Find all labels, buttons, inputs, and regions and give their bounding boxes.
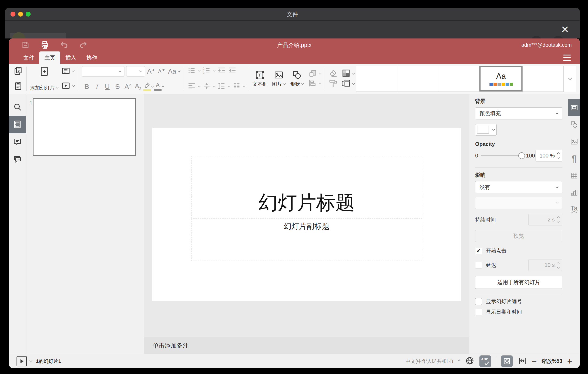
start-slideshow-status-button[interactable]: [17, 356, 27, 366]
macos-titlebar[interactable]: 文件: [5, 8, 580, 21]
superscript-button[interactable]: A2: [123, 83, 133, 90]
left-icon-sidebar: [9, 94, 26, 354]
delay-spinbox[interactable]: 10 s: [528, 259, 562, 271]
add-slide-button[interactable]: 添加幻灯片: [30, 66, 58, 92]
theme-option[interactable]: [523, 66, 563, 91]
fit-to-width-button[interactable]: [518, 356, 527, 366]
close-icon[interactable]: ✕: [559, 24, 571, 35]
theme-gallery-expand-button[interactable]: [564, 66, 576, 92]
document-language-button[interactable]: [465, 356, 474, 366]
slide-canvas-area[interactable]: 幻灯片标题 幻灯片副标题: [144, 94, 469, 337]
paste-icon[interactable]: [13, 81, 23, 91]
font-size-combo[interactable]: [126, 66, 145, 77]
strikethrough-button[interactable]: S: [113, 83, 122, 90]
opacity-slider[interactable]: [481, 155, 525, 156]
change-case-button[interactable]: Aa: [168, 67, 177, 75]
vertical-align-icon[interactable]: [202, 82, 211, 91]
duration-spinbox[interactable]: 2 s: [528, 214, 562, 225]
delay-checkbox[interactable]: [475, 262, 482, 268]
align-objects-icon[interactable]: [308, 79, 317, 88]
zoom-in-button[interactable]: +: [567, 357, 572, 365]
slide-subtitle-text: 幻灯片副标题: [284, 221, 329, 231]
numbering-icon[interactable]: 1 2 3: [202, 66, 211, 76]
zoom-value[interactable]: 缩放%53: [542, 358, 562, 365]
preview-button[interactable]: 预览: [475, 230, 562, 242]
background-fill-dropdown[interactable]: 颜色填充: [475, 107, 562, 120]
paragraph-settings-tab[interactable]: ¶: [568, 150, 580, 167]
theme-option[interactable]: [438, 66, 479, 91]
effect-type-dropdown[interactable]: [475, 197, 562, 209]
line-spacing-icon[interactable]: [217, 82, 226, 91]
fill-color-dropdown[interactable]: [475, 124, 497, 136]
font-color-button[interactable]: A: [154, 82, 161, 91]
arrange-icon[interactable]: [308, 69, 317, 79]
tab-collaboration[interactable]: 协作: [81, 51, 102, 64]
chart-settings-tab[interactable]: [568, 184, 580, 201]
subtitle-placeholder[interactable]: 幻灯片副标题: [191, 219, 422, 261]
opacity-spinbox[interactable]: 100 %: [536, 150, 562, 162]
slides-icon: [13, 120, 22, 129]
image-button[interactable]: 图片: [272, 81, 285, 88]
opacity-label: Opacity: [475, 141, 562, 147]
tab-home[interactable]: 主页: [39, 51, 60, 64]
italic-button[interactable]: I: [92, 83, 102, 90]
menu-icon[interactable]: [563, 55, 571, 61]
eraser-icon[interactable]: [328, 68, 338, 79]
slideshow-options-chevron[interactable]: [30, 359, 32, 362]
spellcheck-toggle[interactable]: ABC: [479, 355, 491, 367]
apply-to-all-slides-button[interactable]: 适用于所有幻灯片: [475, 276, 562, 289]
slide-size-icon[interactable]: [341, 79, 351, 89]
effect-dropdown[interactable]: 没有: [475, 181, 562, 193]
font-name-combo[interactable]: [82, 66, 125, 77]
show-date-time-checkbox[interactable]: [475, 309, 482, 315]
search-button[interactable]: [9, 98, 26, 116]
bullets-icon[interactable]: [188, 66, 196, 76]
document-title[interactable]: 产品介绍.pptx: [9, 41, 580, 49]
increase-indent-icon[interactable]: [228, 66, 237, 76]
show-slide-number-checkbox[interactable]: [475, 298, 482, 305]
slides-panel-button[interactable]: [9, 116, 26, 133]
shape-settings-tab[interactable]: [568, 116, 580, 133]
tab-file[interactable]: 文件: [18, 51, 39, 64]
columns-icon[interactable]: [232, 82, 241, 91]
decrease-font-button[interactable]: A▼: [157, 68, 166, 75]
slide-thumbnail-selected[interactable]: [33, 98, 136, 156]
comments-button[interactable]: [9, 133, 26, 151]
title-placeholder[interactable]: 幻灯片标题: [191, 156, 422, 218]
fit-to-slide-toggle[interactable]: [501, 355, 513, 367]
shape-button[interactable]: 形状: [290, 81, 303, 88]
bold-button[interactable]: B: [82, 83, 92, 90]
notes-area[interactable]: 单击添加备注: [144, 337, 469, 354]
image-settings-icon: [570, 138, 578, 146]
slide-layout-button[interactable]: [61, 66, 74, 77]
slide-canvas[interactable]: 幻灯片标题 幻灯片副标题: [152, 128, 461, 301]
theme-option[interactable]: [397, 66, 438, 91]
table-settings-tab[interactable]: [568, 167, 580, 184]
opacity-slider-knob[interactable]: [518, 152, 525, 159]
underline-button[interactable]: U: [102, 83, 112, 90]
chat-button[interactable]: [9, 151, 26, 168]
textbox-button[interactable]: 文本框: [252, 81, 267, 88]
color-scheme-icon[interactable]: [341, 68, 351, 79]
horizontal-align-icon[interactable]: [188, 82, 196, 91]
image-settings-tab[interactable]: [568, 133, 580, 150]
zoom-out-button[interactable]: −: [532, 357, 537, 365]
decrease-indent-icon[interactable]: [217, 66, 226, 76]
tab-insert[interactable]: 插入: [60, 51, 81, 64]
start-on-click-checkbox[interactable]: ✔: [475, 248, 482, 254]
edit-group: [328, 66, 355, 92]
background-circle-button: [553, 36, 564, 38]
highlight-color-button[interactable]: [143, 82, 151, 91]
theme-option[interactable]: [356, 66, 397, 91]
subscript-button[interactable]: A2: [133, 82, 143, 91]
textart-settings-tab[interactable]: Ta: [568, 201, 580, 218]
delay-value: 10 s: [545, 262, 555, 268]
increase-font-button[interactable]: A▲: [147, 67, 156, 75]
copy-icon[interactable]: [13, 66, 23, 77]
start-slideshow-button[interactable]: [61, 81, 74, 91]
slide-settings-tab[interactable]: [568, 99, 580, 116]
paint-roller-icon[interactable]: [328, 79, 338, 89]
theme-option-selected[interactable]: Aa: [479, 66, 523, 91]
show-date-time-label: 显示日期和时间: [486, 308, 522, 315]
language-selector[interactable]: 中文(中华人民共和国): [406, 358, 453, 365]
